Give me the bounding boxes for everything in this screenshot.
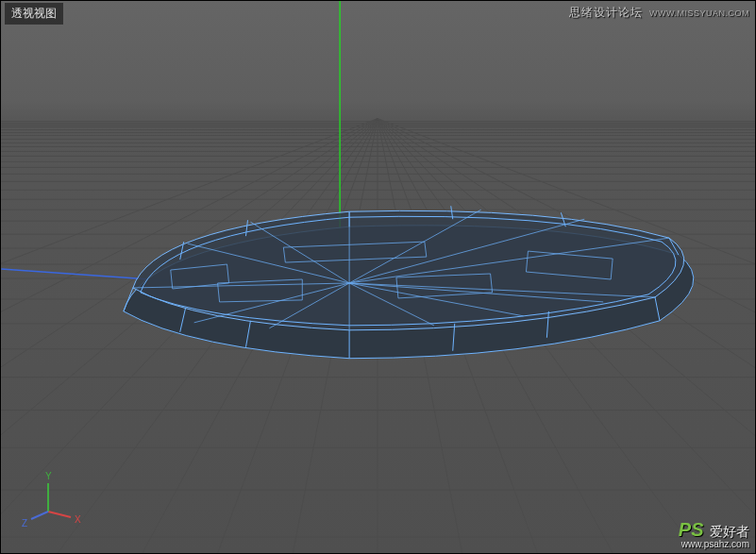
watermark-top-url: WWW.MISSYUAN.COM xyxy=(649,8,749,18)
watermark-top-cn: 思绪设计论坛 xyxy=(569,6,643,19)
watermark-bottom: PS 爱好者 www.psahz.com xyxy=(679,519,749,549)
perspective-viewport[interactable]: 透视视图 思绪设计论坛 WWW.MISSYUAN.COM xyxy=(0,0,756,554)
viewport-name-label: 透视视图 xyxy=(5,3,63,25)
watermark-bottom-url: www.psahz.com xyxy=(679,539,749,549)
watermark-top: 思绪设计论坛 WWW.MISSYUAN.COM xyxy=(569,5,749,21)
viewport-name-text: 透视视图 xyxy=(11,7,57,20)
watermark-brand: PS xyxy=(679,519,704,541)
watermark-bottom-cn: 爱好者 xyxy=(710,524,749,539)
scene-canvas[interactable] xyxy=(1,1,755,553)
